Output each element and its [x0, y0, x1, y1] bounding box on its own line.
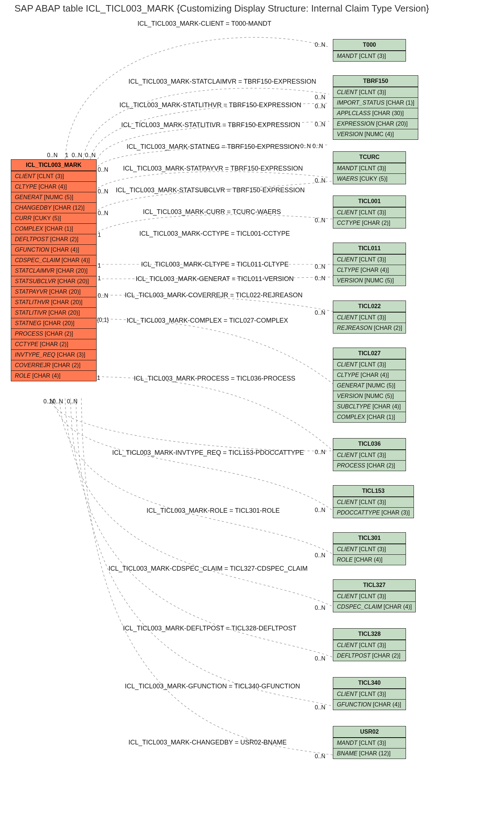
source-field: CLIENT [CLNT (3)] — [11, 171, 96, 181]
target-field: PDOCCATTYPE [CHAR (3)] — [333, 507, 414, 518]
target-field: GENERAT [NUMC (5)] — [333, 380, 406, 391]
relationship-label: ICL_TICL003_MARK-CHANGEDBY = USR02-BNAME — [128, 739, 287, 746]
page-title: SAP ABAP table ICL_TICL003_MARK {Customi… — [14, 3, 429, 14]
target-field: VERSION [NUMC (5)] — [333, 275, 406, 286]
target-table-name: TICL011 — [333, 243, 406, 254]
source-field: STATSUBCLVR [CHAR (20)] — [11, 276, 96, 286]
source-field: CURR [CUKY (5)] — [11, 213, 96, 223]
target-field: CCTYPE [CHAR (2)] — [333, 218, 406, 228]
target-field: ROLE [CHAR (4)] — [333, 554, 406, 565]
target-field: PROCESS [CHAR (2)] — [333, 460, 406, 471]
relationship-label: ICL_TICL003_MARK-CLTYPE = TICL011-CLTYPE — [141, 261, 289, 268]
target-table-name: TICL001 — [333, 196, 406, 207]
target-field: MANDT [CLNT (3)] — [333, 163, 406, 173]
source-field: GFUNCTION [CHAR (4)] — [11, 244, 96, 255]
target-field: CLIENT [CLNT (3)] — [333, 544, 406, 554]
cardinality-label: 0..N — [315, 264, 325, 270]
target-field: IMPORT_STATUS [CHAR (1)] — [333, 97, 418, 108]
source-field: CDSPEC_CLAIM [CHAR (4)] — [11, 255, 96, 265]
target-field: VERSION [NUMC (5)] — [333, 391, 406, 401]
cardinality-label: 0..N — [315, 552, 325, 559]
target-field: EXPRESSION [CHAR (20)] — [333, 118, 418, 129]
target-table: TBRF150CLIENT [CLNT (3)]IMPORT_STATUS [C… — [333, 75, 418, 140]
cardinality-label: 0..N — [315, 704, 325, 711]
target-table-name: TICL328 — [333, 629, 406, 640]
relationship-label: ICL_TICL003_MARK-INVTYPE_REQ = TICL153-P… — [112, 449, 304, 457]
target-table: USR02MANDT [CLNT (3)]BNAME [CHAR (12)] — [333, 726, 406, 759]
relationship-label: ICL_TICL003_MARK-CLIENT = T000-MANDT — [137, 20, 271, 28]
source-field: STATNEG [CHAR (20)] — [11, 318, 96, 328]
relationship-label: ICL_TICL003_MARK-GFUNCTION = TICL340-GFU… — [125, 683, 300, 690]
source-field: CHANGEDBY [CHAR (12)] — [11, 202, 96, 213]
target-field: CLIENT [CLNT (3)] — [333, 497, 414, 507]
source-field: PROCESS [CHAR (2)] — [11, 328, 96, 339]
relationship-label: ICL_TICL003_MARK-STATCLAIMVR = TBRF150-E… — [128, 78, 316, 85]
target-field: CLIENT [CLNT (3)] — [333, 254, 406, 265]
relationship-label: ICL_TICL003_MARK-CCTYPE = TICL001-CCTYPE — [139, 230, 290, 238]
relationship-label: ICL_TICL003_MARK-STATNEG = TBRF150-EXPRE… — [127, 143, 300, 151]
target-field: CLIENT [CLNT (3)] — [333, 450, 406, 460]
cardinality-label: 0..N — [315, 507, 325, 513]
cardinality-label: 0..N 0..N — [300, 143, 323, 150]
cardinality-label: 0..N — [315, 449, 325, 456]
er-diagram-page: SAP ABAP table ICL_TICL003_MARK {Customi… — [0, 0, 504, 818]
target-field: REJREASON [CHAR (2)] — [333, 323, 406, 333]
cardinality-label: 0..N — [315, 121, 325, 128]
target-table-name: TICL301 — [333, 533, 406, 544]
cardinality-label: 0..N — [315, 753, 325, 760]
target-table: TCURCMANDT [CLNT (3)]WAERS [CUKY (5)] — [333, 151, 406, 184]
cardinality-label: 0..N — [85, 152, 96, 159]
cardinality-label: 0..N — [315, 275, 325, 282]
target-field: GFUNCTION [CHAR (4)] — [333, 699, 406, 710]
relationship-label: ICL_TICL003_MARK-ROLE = TICL301-ROLE — [147, 507, 280, 515]
source-field: STATLITHVR [CHAR (20)] — [11, 297, 96, 307]
cardinality-label: 0..N — [67, 398, 77, 405]
source-table-name: ICL_TICL003_MARK — [11, 160, 96, 171]
source-field: DEFLTPOST [CHAR (2)] — [11, 234, 96, 244]
cardinality-label: 0..N — [315, 217, 325, 224]
target-table-name: USR02 — [333, 726, 406, 738]
cardinality-label: 0..N — [315, 177, 325, 184]
cardinality-label: 0..N — [98, 293, 108, 299]
target-table: TICL327CLIENT [CLNT (3)]CDSPEC_CLAIM [CH… — [333, 579, 416, 612]
cardinality-label: 1 — [97, 375, 100, 381]
cardinality-label: 0..N — [72, 152, 82, 159]
target-field: DEFLTPOST [CHAR (2)] — [333, 650, 406, 661]
source-field: CLTYPE [CHAR (4)] — [11, 181, 96, 192]
source-field: GENERAT [NUMC (5)] — [11, 192, 96, 202]
target-table: TICL027CLIENT [CLNT (3)]CLTYPE [CHAR (4)… — [333, 348, 406, 423]
target-table-name: TICL153 — [333, 486, 414, 497]
cardinality-label: 1 — [65, 152, 68, 159]
cardinality-label: 0..N — [315, 655, 325, 662]
target-field: COMPLEX [CHAR (1)] — [333, 412, 406, 422]
target-field: MANDT [CLNT (3)] — [333, 738, 406, 748]
target-table-name: TICL036 — [333, 439, 406, 450]
relationship-label: ICL_TICL003_MARK-COVERREJR = TICL022-REJ… — [125, 291, 302, 299]
target-table-name: TICL327 — [333, 580, 415, 591]
source-field: STATPAYVR [CHAR (20)] — [11, 286, 96, 297]
target-table: TICL340CLIENT [CLNT (3)]GFUNCTION [CHAR … — [333, 677, 406, 710]
cardinality-label: 0..N — [315, 310, 325, 316]
target-field: CLIENT [CLNT (3)] — [333, 359, 406, 370]
source-field: INVTYPE_REQ [CHAR (3)] — [11, 349, 96, 360]
target-table: TICL301CLIENT [CLNT (3)]ROLE [CHAR (4)] — [333, 532, 406, 565]
relationship-label: ICL_TICL003_MARK-STATPAYVR = TBRF150-EXP… — [123, 165, 303, 172]
target-table: TICL022CLIENT [CLNT (3)]REJREASON [CHAR … — [333, 301, 406, 334]
target-field: MANDT [CLNT (3)] — [333, 51, 406, 61]
relationship-label: ICL_TICL003_MARK-STATSUBCLVR = TBRF150-E… — [116, 186, 305, 194]
cardinality-label: 1 — [98, 275, 101, 282]
target-table: TICL001CLIENT [CLNT (3)]CCTYPE [CHAR (2)… — [333, 196, 406, 228]
target-table: TICL328CLIENT [CLNT (3)]DEFLTPOST [CHAR … — [333, 628, 406, 661]
target-table-name: T000 — [333, 39, 406, 51]
cardinality-label: {0,1} — [97, 317, 109, 323]
relationship-label: ICL_TICL003_MARK-PROCESS = TICL036-PROCE… — [134, 375, 295, 382]
relationship-label: ICL_TICL003_MARK-CDSPEC_CLAIM = TICL327-… — [109, 565, 308, 572]
target-table-name: TICL027 — [333, 348, 406, 359]
source-field: ROLE [CHAR (4)] — [11, 370, 96, 381]
target-table: TICL153CLIENT [CLNT (3)]PDOCCATTYPE [CHA… — [333, 485, 414, 518]
target-field: CLIENT [CLNT (3)] — [333, 312, 406, 323]
cardinality-label: 0..N — [315, 605, 325, 611]
target-table: TICL036CLIENT [CLNT (3)]PROCESS [CHAR (2… — [333, 438, 406, 471]
source-field: STATLITIVR [CHAR (20)] — [11, 307, 96, 318]
cardinality-label: 0..N — [315, 103, 325, 110]
